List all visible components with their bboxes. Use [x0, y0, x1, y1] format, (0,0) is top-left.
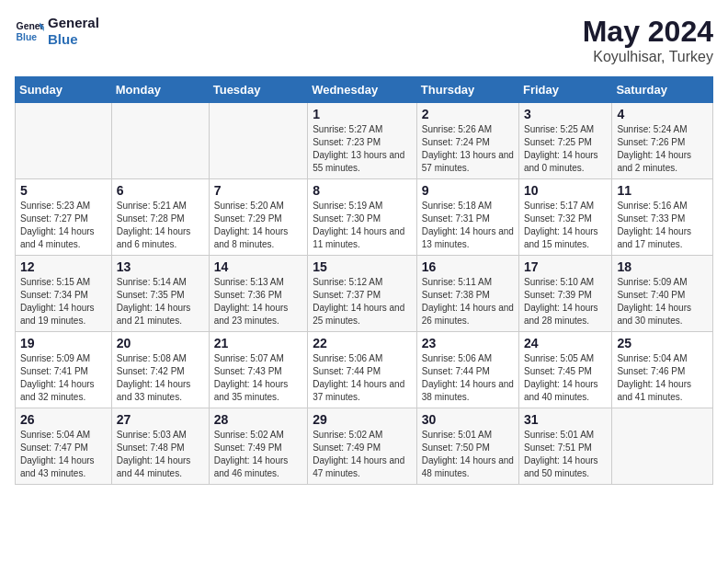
day-number: 19 [20, 336, 107, 350]
calendar-cell: 1Sunrise: 5:27 AMSunset: 7:23 PMDaylight… [308, 103, 417, 179]
day-number: 27 [117, 412, 204, 427]
svg-text:Blue: Blue [17, 32, 38, 42]
day-info: Sunrise: 5:27 AMSunset: 7:23 PMDaylight:… [313, 123, 412, 175]
day-info: Sunrise: 5:15 AMSunset: 7:34 PMDaylight:… [20, 276, 107, 327]
weekday-header: Friday [518, 77, 611, 103]
day-info: Sunrise: 5:26 AMSunset: 7:24 PMDaylight:… [422, 123, 514, 175]
calendar-title: May 2024 [583, 15, 713, 49]
day-info: Sunrise: 5:02 AMSunset: 7:49 PMDaylight:… [313, 429, 412, 480]
day-info: Sunrise: 5:02 AMSunset: 7:49 PMDaylight:… [214, 429, 302, 480]
calendar-cell [612, 408, 713, 485]
day-info: Sunrise: 5:14 AMSunset: 7:35 PMDaylight:… [117, 276, 204, 327]
calendar-cell: 3Sunrise: 5:25 AMSunset: 7:25 PMDaylight… [518, 103, 611, 179]
day-number: 15 [313, 259, 412, 274]
day-number: 5 [20, 183, 107, 198]
calendar-week-row: 26Sunrise: 5:04 AMSunset: 7:47 PMDayligh… [16, 408, 713, 485]
day-number: 6 [117, 183, 204, 198]
day-info: Sunrise: 5:06 AMSunset: 7:44 PMDaylight:… [313, 352, 412, 404]
day-info: Sunrise: 5:08 AMSunset: 7:42 PMDaylight:… [117, 352, 204, 404]
calendar-cell: 12Sunrise: 5:15 AMSunset: 7:34 PMDayligh… [16, 256, 112, 332]
weekday-header: Wednesday [308, 77, 417, 103]
day-number: 26 [20, 412, 107, 427]
calendar-cell: 14Sunrise: 5:13 AMSunset: 7:36 PMDayligh… [209, 256, 307, 332]
day-info: Sunrise: 5:12 AMSunset: 7:37 PMDaylight:… [313, 276, 412, 327]
logo-line1: General [48, 15, 99, 31]
day-info: Sunrise: 5:18 AMSunset: 7:31 PMDaylight:… [422, 200, 514, 251]
calendar-cell: 9Sunrise: 5:18 AMSunset: 7:31 PMDaylight… [416, 179, 518, 256]
calendar-cell: 7Sunrise: 5:20 AMSunset: 7:29 PMDaylight… [209, 179, 307, 256]
weekday-header-row: SundayMondayTuesdayWednesdayThursdayFrid… [16, 77, 713, 103]
calendar-week-row: 5Sunrise: 5:23 AMSunset: 7:27 PMDaylight… [16, 179, 713, 256]
calendar-cell: 8Sunrise: 5:19 AMSunset: 7:30 PMDaylight… [308, 179, 417, 256]
day-info: Sunrise: 5:09 AMSunset: 7:40 PMDaylight:… [617, 276, 708, 327]
day-number: 8 [313, 183, 412, 198]
day-number: 4 [617, 107, 708, 121]
calendar-cell [16, 103, 112, 179]
day-info: Sunrise: 5:11 AMSunset: 7:38 PMDaylight:… [422, 276, 514, 327]
logo: General Blue General Blue [15, 15, 99, 48]
day-number: 28 [214, 412, 302, 427]
day-number: 31 [524, 412, 607, 427]
calendar-week-row: 1Sunrise: 5:27 AMSunset: 7:23 PMDaylight… [16, 103, 713, 179]
calendar-cell: 18Sunrise: 5:09 AMSunset: 7:40 PMDayligh… [612, 256, 713, 332]
weekday-header: Sunday [16, 77, 112, 103]
calendar-cell: 23Sunrise: 5:06 AMSunset: 7:44 PMDayligh… [416, 332, 518, 408]
day-number: 7 [214, 183, 302, 198]
weekday-header: Tuesday [209, 77, 307, 103]
calendar-cell: 4Sunrise: 5:24 AMSunset: 7:26 PMDaylight… [612, 103, 713, 179]
day-number: 14 [214, 259, 302, 274]
day-info: Sunrise: 5:10 AMSunset: 7:39 PMDaylight:… [524, 276, 607, 327]
day-number: 22 [313, 336, 412, 350]
day-number: 24 [524, 336, 607, 350]
calendar-cell: 19Sunrise: 5:09 AMSunset: 7:41 PMDayligh… [16, 332, 112, 408]
day-number: 25 [617, 336, 708, 350]
calendar-cell: 31Sunrise: 5:01 AMSunset: 7:51 PMDayligh… [518, 408, 611, 485]
day-number: 11 [617, 183, 708, 198]
calendar-cell: 24Sunrise: 5:05 AMSunset: 7:45 PMDayligh… [518, 332, 611, 408]
weekday-header: Thursday [416, 77, 518, 103]
calendar-cell: 29Sunrise: 5:02 AMSunset: 7:49 PMDayligh… [308, 408, 417, 485]
day-number: 2 [422, 107, 514, 121]
day-info: Sunrise: 5:25 AMSunset: 7:25 PMDaylight:… [524, 123, 607, 175]
calendar-cell: 17Sunrise: 5:10 AMSunset: 7:39 PMDayligh… [518, 256, 611, 332]
day-info: Sunrise: 5:23 AMSunset: 7:27 PMDaylight:… [20, 200, 107, 251]
day-info: Sunrise: 5:07 AMSunset: 7:43 PMDaylight:… [214, 352, 302, 404]
day-number: 29 [313, 412, 412, 427]
day-number: 16 [422, 259, 514, 274]
calendar-cell: 21Sunrise: 5:07 AMSunset: 7:43 PMDayligh… [209, 332, 307, 408]
calendar-cell: 20Sunrise: 5:08 AMSunset: 7:42 PMDayligh… [111, 332, 209, 408]
day-info: Sunrise: 5:21 AMSunset: 7:28 PMDaylight:… [117, 200, 204, 251]
logo-icon: General Blue [15, 17, 44, 46]
day-info: Sunrise: 5:16 AMSunset: 7:33 PMDaylight:… [617, 200, 708, 251]
day-info: Sunrise: 5:05 AMSunset: 7:45 PMDaylight:… [524, 352, 607, 404]
calendar-cell: 28Sunrise: 5:02 AMSunset: 7:49 PMDayligh… [209, 408, 307, 485]
day-number: 21 [214, 336, 302, 350]
calendar-table: SundayMondayTuesdayWednesdayThursdayFrid… [15, 76, 713, 485]
day-info: Sunrise: 5:13 AMSunset: 7:36 PMDaylight:… [214, 276, 302, 327]
day-info: Sunrise: 5:04 AMSunset: 7:47 PMDaylight:… [20, 429, 107, 480]
calendar-cell [111, 103, 209, 179]
day-number: 1 [313, 107, 412, 121]
weekday-header: Monday [111, 77, 209, 103]
day-number: 9 [422, 183, 514, 198]
calendar-cell: 6Sunrise: 5:21 AMSunset: 7:28 PMDaylight… [111, 179, 209, 256]
logo-line2: Blue [48, 31, 99, 48]
calendar-cell: 26Sunrise: 5:04 AMSunset: 7:47 PMDayligh… [16, 408, 112, 485]
weekday-header: Saturday [612, 77, 713, 103]
day-number: 10 [524, 183, 607, 198]
calendar-cell: 10Sunrise: 5:17 AMSunset: 7:32 PMDayligh… [518, 179, 611, 256]
calendar-cell: 27Sunrise: 5:03 AMSunset: 7:48 PMDayligh… [111, 408, 209, 485]
calendar-cell: 13Sunrise: 5:14 AMSunset: 7:35 PMDayligh… [111, 256, 209, 332]
calendar-week-row: 12Sunrise: 5:15 AMSunset: 7:34 PMDayligh… [16, 256, 713, 332]
calendar-cell: 2Sunrise: 5:26 AMSunset: 7:24 PMDaylight… [416, 103, 518, 179]
day-number: 20 [117, 336, 204, 350]
calendar-cell [209, 103, 307, 179]
calendar-cell: 16Sunrise: 5:11 AMSunset: 7:38 PMDayligh… [416, 256, 518, 332]
day-number: 12 [20, 259, 107, 274]
day-number: 13 [117, 259, 204, 274]
day-number: 17 [524, 259, 607, 274]
calendar-cell: 5Sunrise: 5:23 AMSunset: 7:27 PMDaylight… [16, 179, 112, 256]
day-info: Sunrise: 5:09 AMSunset: 7:41 PMDaylight:… [20, 352, 107, 404]
calendar-cell: 15Sunrise: 5:12 AMSunset: 7:37 PMDayligh… [308, 256, 417, 332]
day-number: 30 [422, 412, 514, 427]
